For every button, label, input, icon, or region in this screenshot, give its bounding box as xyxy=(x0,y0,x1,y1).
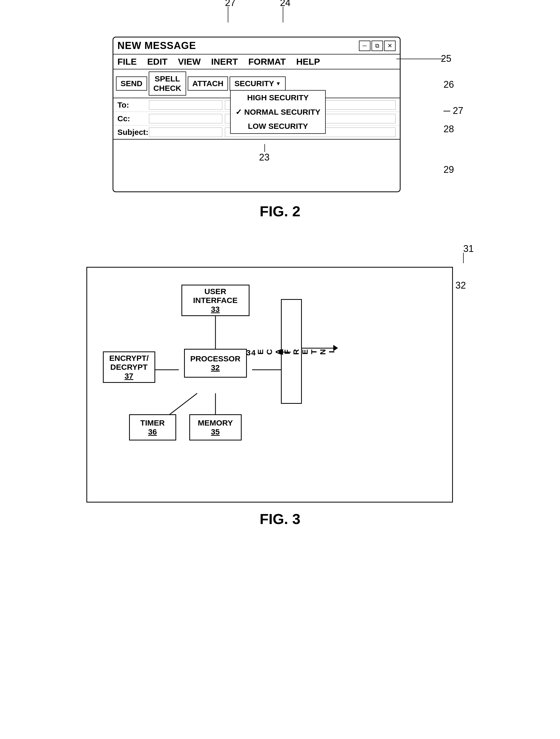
attach-button[interactable]: ATTACH xyxy=(188,77,228,91)
security-label: SECURITY xyxy=(234,79,274,88)
menu-inert[interactable]: INERT xyxy=(211,56,238,67)
connector-svg xyxy=(87,268,452,502)
timer-block: TIMER 36 xyxy=(129,414,176,440)
security-button[interactable]: SECURITY ▼ HIGH SECURITY NORMAL SECURITY… xyxy=(230,77,286,91)
low-security-option[interactable]: LOW SECURITY xyxy=(231,119,325,133)
high-security-option[interactable]: HIGH SECURITY xyxy=(231,91,325,105)
menu-bar: FILE EDIT VIEW INERT FORMAT HELP xyxy=(113,54,400,69)
subject-label: Subject: xyxy=(118,128,149,137)
arrow-right-head xyxy=(333,345,338,351)
email-window: NEW MESSAGE ─ ⧉ ✕ FILE EDIT VIEW INERT F… xyxy=(113,37,401,192)
fig3-section: 31 USER INTERFACE 33 xyxy=(21,256,539,528)
encrypt-decrypt-block: ENCRYPT/ DECRYPT 37 xyxy=(103,351,155,383)
menu-help[interactable]: HELP xyxy=(296,56,320,67)
arrow-left-line xyxy=(283,352,291,352)
fig2-section: 27 24 NEW MESSAGE ─ ⧉ ✕ FILE EDIT xyxy=(21,16,539,220)
normal-security-option[interactable]: NORMAL SECURITY xyxy=(231,105,325,119)
titlebar: NEW MESSAGE ─ ⧉ ✕ xyxy=(113,37,400,54)
arrow-right-container xyxy=(302,345,338,351)
ref-23: 23 xyxy=(259,144,270,163)
window-controls: ─ ⧉ ✕ xyxy=(359,40,396,51)
ref-32: 32 xyxy=(455,280,466,291)
cc-input[interactable] xyxy=(149,114,222,123)
processor-block: PROCESSOR 32 xyxy=(184,349,247,378)
cc-label: Cc: xyxy=(118,114,149,123)
menu-view[interactable]: VIEW xyxy=(178,56,201,67)
fig2-caption: FIG. 2 xyxy=(260,203,301,220)
security-dropdown: HIGH SECURITY NORMAL SECURITY LOW SECURI… xyxy=(230,90,326,134)
to-input[interactable] xyxy=(149,100,222,110)
ref-26: 26 xyxy=(443,79,454,90)
ref-25-container: 25 xyxy=(443,50,463,67)
fig2-wrapper: 27 24 NEW MESSAGE ─ ⧉ ✕ FILE EDIT xyxy=(97,16,463,192)
maximize-button[interactable]: ⧉ xyxy=(372,40,383,51)
ref-27-right-container: ─ 27 xyxy=(443,102,463,120)
message-body[interactable] xyxy=(113,139,400,191)
close-button[interactable]: ✕ xyxy=(384,40,396,51)
fig3-caption: FIG. 3 xyxy=(260,510,301,528)
ref-31: 31 xyxy=(463,243,474,254)
ref-27-right: ─ 27 xyxy=(443,105,463,116)
fig3-wrapper: 31 USER INTERFACE 33 xyxy=(71,256,490,502)
ref-28-container: 28 xyxy=(443,120,463,138)
menu-edit[interactable]: EDIT xyxy=(147,56,167,67)
ref-26-container: 26 xyxy=(443,67,463,102)
menu-file[interactable]: FILE xyxy=(118,56,137,67)
minimize-button[interactable]: ─ xyxy=(359,40,370,51)
user-interface-block: USER INTERFACE 33 xyxy=(181,285,249,316)
arrow-right-line xyxy=(302,348,333,348)
send-button[interactable]: SEND xyxy=(116,77,147,91)
window-title: NEW MESSAGE xyxy=(118,40,196,51)
toolbar: SEND SPELLCHECK ATTACH SECURITY ▼ HIGH S… xyxy=(113,69,400,98)
spell-check-button[interactable]: SPELLCHECK xyxy=(149,71,186,96)
ref-28: 28 xyxy=(443,124,454,135)
menu-format[interactable]: FORMAT xyxy=(248,56,286,67)
memory-block: MEMORY 35 xyxy=(189,414,242,440)
block-diagram: USER INTERFACE 33 PROCESSOR 32 ENCRYPT/ … xyxy=(86,267,453,502)
to-label: To: xyxy=(118,101,149,110)
ref-27-top: 27 xyxy=(225,0,236,8)
security-dropdown-arrow: ▼ xyxy=(276,81,281,87)
arrow-left-container xyxy=(278,349,291,355)
ref-29-container: 29 xyxy=(443,138,463,201)
ref-24: 24 xyxy=(280,0,291,8)
arrow-left-head xyxy=(278,349,283,355)
subject-input[interactable] xyxy=(149,128,222,137)
ref-labels-right: 25 26 ─ 27 28 29 xyxy=(443,50,463,201)
ref-29: 29 xyxy=(443,164,454,175)
